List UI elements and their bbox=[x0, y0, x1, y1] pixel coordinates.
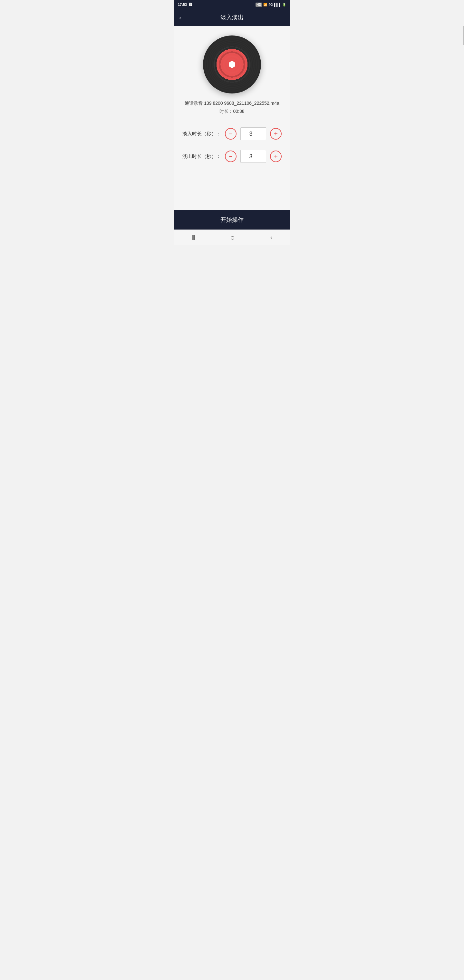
home-nav-icon[interactable]: ○ bbox=[224, 231, 242, 245]
main-content: 通话录音 139 8200 9608_221106_222552.m4a 时长：… bbox=[174, 26, 290, 210]
status-icons: HD 📶 4G ▌▌▌ 🔋 bbox=[256, 3, 286, 7]
page-title: 淡入淡出 bbox=[179, 14, 285, 21]
status-bar: 17:53 🖼 HD 📶 4G ▌▌▌ 🔋 bbox=[174, 0, 290, 9]
fade-in-row: 淡入时长（秒）： − + bbox=[180, 127, 284, 140]
fade-out-increase-button[interactable]: + bbox=[270, 151, 281, 162]
file-name: 通话录音 139 8200 9608_221106_222552.m4a bbox=[184, 100, 279, 107]
photo-icon: 🖼 bbox=[189, 3, 192, 6]
start-operation-button[interactable]: 开始操作 bbox=[221, 216, 243, 224]
nav-bar: ||| ○ ‹ bbox=[174, 229, 290, 245]
fade-in-label: 淡入时长（秒）： bbox=[183, 131, 221, 137]
back-nav-icon[interactable]: ‹ bbox=[264, 231, 279, 244]
status-time: 17:53 🖼 bbox=[178, 3, 192, 6]
back-button[interactable]: ‹ bbox=[179, 14, 181, 21]
hd-badge: HD bbox=[256, 3, 262, 7]
time-display: 17:53 bbox=[178, 3, 187, 6]
vinyl-record bbox=[203, 35, 261, 94]
fade-in-input[interactable] bbox=[240, 127, 266, 140]
menu-nav-icon[interactable]: ||| bbox=[185, 232, 201, 243]
bottom-action-bar[interactable]: 开始操作 bbox=[174, 210, 290, 229]
fade-in-increase-button[interactable]: + bbox=[270, 128, 281, 140]
header: ‹ 淡入淡出 bbox=[174, 9, 290, 26]
wifi-icon: 📶 bbox=[263, 3, 267, 6]
file-duration: 时长：00:38 bbox=[219, 109, 244, 115]
fade-out-input[interactable] bbox=[240, 150, 266, 163]
fade-out-label: 淡出时长（秒）： bbox=[183, 153, 221, 159]
network-label: 4G bbox=[269, 3, 273, 6]
controls-section: 淡入时长（秒）： − + 淡出时长（秒）： − + bbox=[180, 127, 284, 172]
fade-out-decrease-button[interactable]: − bbox=[225, 151, 237, 162]
battery-icon: 🔋 bbox=[282, 3, 286, 6]
signal-icon: ▌▌▌ bbox=[274, 3, 281, 6]
fade-out-row: 淡出时长（秒）： − + bbox=[180, 150, 284, 163]
vinyl-disc bbox=[203, 35, 261, 94]
fade-in-decrease-button[interactable]: − bbox=[225, 128, 237, 140]
